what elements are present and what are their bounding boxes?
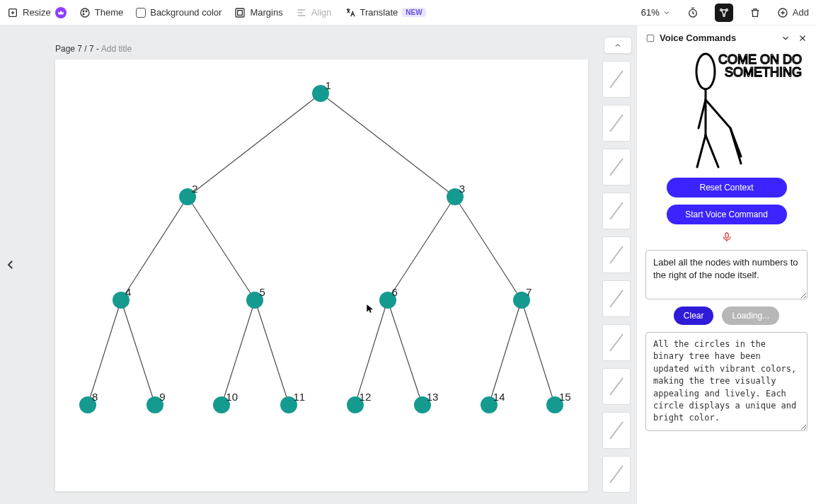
tree-node-label: 10 [226,391,238,403]
bgcolor-button[interactable]: Background color [136,7,222,18]
margins-button[interactable]: Margins [234,7,282,18]
tree-node-label: 11 [293,391,305,403]
margins-icon [234,7,246,18]
svg-line-35 [610,466,623,483]
svg-rect-36 [647,35,653,41]
voice-commands-panel: Voice Commands COME ON DO SOMETHING [636,25,816,504]
timer-button[interactable] [684,4,702,22]
page-thumbnail[interactable] [602,412,631,449]
svg-line-27 [610,115,623,132]
close-icon[interactable] [798,33,808,43]
bgcolor-swatch-icon [136,8,146,18]
mic-indicator[interactable] [645,231,808,243]
svg-rect-6 [238,10,243,15]
tree-node-label: 14 [493,391,505,403]
svg-line-33 [610,378,623,395]
loading-button[interactable]: Loading... [722,307,779,325]
svg-point-3 [86,11,87,12]
svg-rect-38 [725,233,728,238]
page-thumbnail[interactable] [602,324,631,361]
page-label-suffix: Add title [101,44,132,54]
svg-rect-5 [236,8,244,17]
svg-line-13 [321,93,454,197]
svg-line-29 [610,202,623,219]
response-textbox[interactable]: All the circles in the binary tree have … [645,332,808,431]
svg-line-30 [610,246,623,263]
graph-mode-button[interactable] [715,4,733,22]
tree-node-label: 1 [325,79,331,91]
svg-point-4 [83,13,84,15]
svg-point-2 [83,11,84,12]
page-label-prefix: Page 7 / 7 - [55,44,101,54]
tree-node-label: 9 [159,391,165,403]
translate-button[interactable]: Translate NEW [345,7,426,18]
resize-button[interactable]: Resize [7,7,67,18]
graph-icon [718,7,730,18]
panel-title: Voice Commands [660,33,736,43]
theme-button[interactable]: Theme [79,7,123,18]
microphone-icon [721,231,732,243]
align-label: Align [311,7,332,18]
chevron-down-icon[interactable] [781,33,791,43]
crown-badge-icon [55,7,67,18]
meme-image: COME ON DO SOMETHING [645,50,808,171]
svg-line-16 [388,197,455,300]
tree-node-label: 13 [427,391,439,403]
page-thumbnail[interactable] [602,456,631,493]
chevron-down-icon [662,8,671,17]
thumbnail-rail [597,25,636,504]
start-voice-command-button[interactable]: Start Voice Command [667,205,787,224]
page-thumbnail[interactable] [602,149,631,185]
svg-line-28 [610,159,623,176]
button-row: Clear Loading... [645,307,808,325]
page-label[interactable]: Page 7 / 7 - Add title [55,44,588,54]
new-pill: NEW [402,8,425,17]
align-icon [296,7,307,18]
tree-node-label: 12 [360,391,372,403]
page-thumbnail[interactable] [602,368,631,405]
align-button[interactable]: Align [296,7,332,18]
svg-point-10 [723,14,725,16]
canvas-column: Page 7 / 7 - Add title 12345678910111213… [21,25,597,504]
resize-label: Resize [23,7,51,18]
clear-button[interactable]: Clear [674,307,714,325]
svg-line-25 [522,300,555,405]
page-thumbnail[interactable] [602,280,631,317]
design-canvas[interactable]: 123456789101112131415 [55,59,588,491]
chevron-up-icon [614,41,622,50]
resize-icon [7,7,18,18]
svg-line-24 [489,300,522,405]
bgcolor-label: Background color [150,7,222,18]
svg-line-32 [610,334,623,351]
extension-icon [645,33,655,43]
chevron-left-icon [4,258,17,271]
tree-node-label: 15 [559,391,571,403]
zoom-dropdown[interactable]: 61% [641,7,671,18]
page-thumbnail[interactable] [602,193,631,229]
svg-line-23 [388,300,423,405]
collapse-thumbnails-button[interactable] [604,37,632,54]
tree-node-label: 6 [392,286,398,298]
page-thumbnail[interactable] [602,61,631,98]
translate-icon [345,7,356,18]
page-thumbnail[interactable] [602,105,631,142]
prompt-textbox[interactable]: Label all the nodes with numbers to the … [645,250,808,299]
tree-node-label: 8 [92,391,98,403]
toolbar: Resize Theme Background color Margins Al… [0,0,816,25]
trash-icon [749,7,761,18]
theme-label: Theme [95,7,123,18]
svg-line-18 [88,300,121,405]
tree-node-label: 2 [192,183,197,195]
meme-caption: COME ON DO SOMETHING [718,53,802,79]
page-thumbnail[interactable] [602,236,631,273]
palette-icon [79,7,91,18]
delete-button[interactable] [746,4,764,22]
panel-header: Voice Commands [645,33,808,43]
prev-page-button[interactable] [0,25,21,504]
zoom-value: 61% [641,7,660,18]
add-button[interactable]: Add [777,7,809,18]
svg-line-34 [610,422,623,439]
tree-node-label: 3 [459,183,465,195]
reset-context-button[interactable]: Reset Context [667,178,787,197]
tree-node-label: 5 [259,286,265,298]
